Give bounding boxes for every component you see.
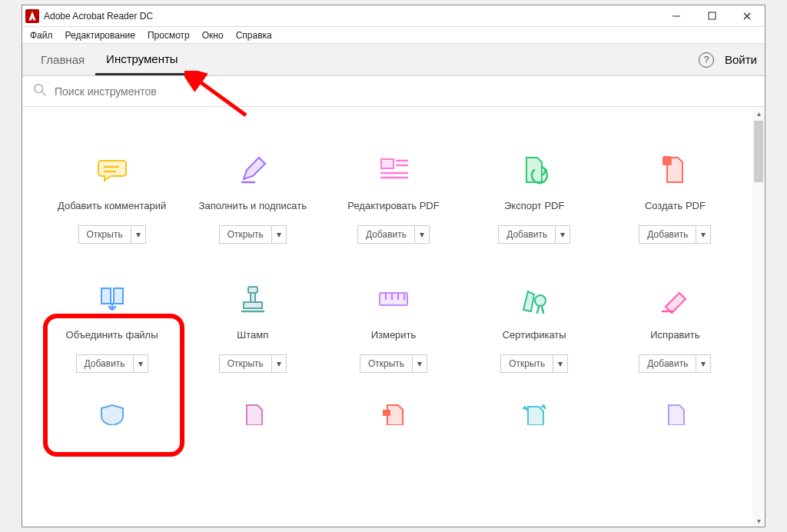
scroll-thumb[interactable] [754, 121, 763, 182]
titlebar: Adobe Acrobat Reader DC [22, 5, 765, 27]
peek-sparkle-icon [468, 388, 601, 425]
export-icon [517, 153, 551, 187]
tool-label: Объединить файлы [66, 324, 158, 347]
tab-home[interactable]: Главная [30, 44, 95, 75]
comment-icon [95, 153, 129, 187]
tool-action-label[interactable]: Добавить [358, 226, 415, 243]
tool-label: Штамп [237, 324, 268, 347]
tool-action-button[interactable]: Открыть▾ [219, 354, 287, 373]
dropdown-icon[interactable]: ▾ [696, 226, 710, 243]
tool-action-button[interactable]: Добавить▾ [357, 225, 430, 244]
tool-label: Измерить [371, 324, 417, 347]
dropdown-icon[interactable]: ▾ [272, 226, 286, 243]
window-controls [659, 5, 765, 27]
app-icon [25, 9, 39, 23]
edit-icon [377, 153, 410, 187]
pen-icon [236, 153, 270, 187]
tool-action-label[interactable]: Добавить [639, 226, 696, 243]
tool-pen: Заполнить и подписатьОткрыть▾ [186, 153, 319, 244]
signin-button[interactable]: Войти [725, 53, 757, 66]
tool-label: Экспорт PDF [504, 195, 564, 218]
scroll-down-arrow[interactable]: ▾ [752, 514, 765, 527]
create-icon [658, 153, 692, 187]
tab-tools[interactable]: Инструменты [95, 44, 189, 75]
tool-combine: Объединить файлыДобавить▾ [45, 282, 178, 373]
menu-window[interactable]: Окно [198, 28, 228, 42]
tool-edit: Редактировать PDFДобавить▾ [327, 153, 460, 244]
tool-action-button[interactable]: Добавить▾ [639, 354, 711, 373]
maximize-button[interactable] [694, 5, 729, 27]
combine-icon [95, 282, 129, 316]
svg-point-24 [535, 295, 546, 306]
cert-icon [517, 282, 551, 316]
tool-measure: ИзмеритьОткрыть▾ [327, 282, 460, 373]
redact-icon [658, 282, 692, 316]
tool-action-label[interactable]: Открыть [79, 226, 131, 243]
tool-action-button[interactable]: Открыть▾ [219, 225, 287, 244]
menu-edit[interactable]: Редактирование [61, 28, 140, 42]
tool-action-button[interactable]: Открыть▾ [360, 354, 427, 373]
svg-rect-1 [709, 12, 716, 19]
tool-label: Исправить [650, 324, 699, 347]
tool-action-button[interactable]: Добавить▾ [76, 354, 148, 373]
tool-redact: ИсправитьДобавить▾ [609, 282, 742, 373]
tool-action-button[interactable]: Открыть▾ [500, 354, 568, 373]
tool-cert: СертификатыОткрыть▾ [468, 282, 601, 373]
menubar: Файл Редактирование Просмотр Окно Справк… [22, 27, 765, 44]
searchbar [22, 76, 765, 107]
svg-rect-17 [244, 302, 262, 308]
tool-label: Создать PDF [645, 195, 706, 218]
dropdown-icon[interactable]: ▾ [272, 355, 286, 372]
dropdown-icon[interactable]: ▾ [556, 226, 569, 243]
tabbar: Главная Инструменты ? Войти [22, 44, 765, 76]
svg-rect-16 [251, 293, 255, 302]
app-window: Adobe Acrobat Reader DC Файл Редактирова… [22, 5, 765, 527]
tool-label: Редактировать PDF [347, 195, 439, 218]
help-icon[interactable]: ? [699, 52, 714, 68]
tool-action-label[interactable]: Добавить [639, 355, 696, 372]
scroll-up-arrow[interactable]: ▴ [752, 107, 765, 119]
stamp-icon [236, 282, 270, 316]
svg-rect-14 [662, 156, 672, 165]
dropdown-icon[interactable]: ▾ [134, 355, 148, 372]
dropdown-icon[interactable]: ▾ [131, 226, 145, 243]
dropdown-icon[interactable]: ▾ [413, 355, 427, 372]
minimize-button[interactable] [659, 5, 694, 27]
peek-page-icon [186, 388, 319, 425]
tool-action-label[interactable]: Открыть [360, 355, 413, 372]
tool-create: Создать PDFДобавить▾ [609, 153, 742, 244]
menu-help[interactable]: Справка [231, 28, 277, 42]
tool-label: Добавить комментарий [58, 195, 166, 218]
tools-content: Добавить комментарийОткрыть▾Заполнить и … [22, 107, 765, 527]
dropdown-icon[interactable]: ▾ [553, 355, 567, 372]
dropdown-icon[interactable]: ▾ [415, 226, 429, 243]
svg-rect-15 [248, 287, 257, 293]
tool-action-label[interactable]: Открыть [501, 355, 553, 372]
window-title: Adobe Acrobat Reader DC [44, 11, 659, 22]
tool-action-button[interactable]: Добавить▾ [639, 225, 711, 244]
search-icon [33, 83, 47, 100]
tool-label: Заполнить и подписать [199, 195, 307, 218]
tool-action-button[interactable]: Добавить▾ [498, 225, 570, 244]
tool-action-button[interactable]: Открыть▾ [78, 225, 146, 244]
svg-rect-19 [380, 293, 407, 305]
svg-line-5 [42, 91, 46, 95]
dropdown-icon[interactable]: ▾ [696, 355, 710, 372]
menu-file[interactable]: Файл [25, 28, 58, 42]
tool-action-label[interactable]: Открыть [220, 226, 272, 243]
search-input[interactable] [55, 85, 765, 98]
tool-action-label[interactable]: Добавить [77, 355, 134, 372]
svg-point-4 [35, 84, 43, 92]
tool-comment: Добавить комментарийОткрыть▾ [45, 153, 178, 244]
svg-rect-9 [381, 159, 394, 168]
tool-label: Сертификаты [503, 324, 566, 347]
svg-rect-26 [383, 410, 390, 416]
tool-action-label[interactable]: Добавить [499, 226, 556, 243]
tool-stamp: ШтампОткрыть▾ [186, 282, 319, 373]
close-button[interactable] [729, 5, 765, 27]
menu-view[interactable]: Просмотр [143, 28, 194, 42]
scrollbar[interactable]: ▴ ▾ [752, 107, 765, 527]
peek-page3-icon [609, 388, 742, 425]
peek-page2-icon [327, 388, 460, 425]
tool-action-label[interactable]: Открыть [220, 355, 272, 372]
